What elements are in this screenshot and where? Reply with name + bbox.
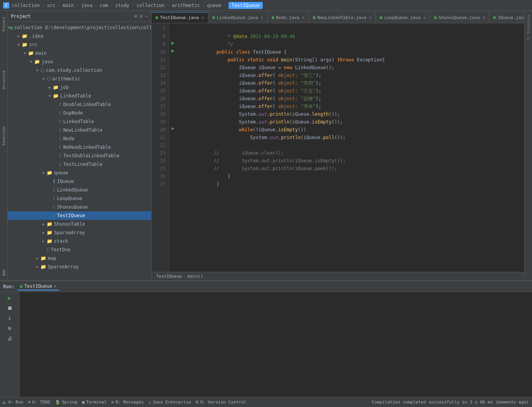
tree-arrow-arithmetic: ▼ [40,77,47,81]
stop-btn[interactable]: ⏹ [5,304,14,312]
tree-item-dupnode[interactable]: ▶ C DupNode [8,109,151,117]
tab-shunxuqueue[interactable]: ShunxuQueue.java × [430,12,490,23]
status-run[interactable]: ▶ 4: Run [3,399,23,405]
bc-testiqueue[interactable]: TestIQueue [228,2,263,9]
bc-collection2[interactable]: collection [136,3,164,8]
status-messages[interactable]: ≡ 0: Messages [112,400,144,405]
sidebar-project-icon[interactable]: Project [1,12,7,36]
sidebar-favorites-icon[interactable]: Favorites [1,124,7,148]
tab-close-testiqueue[interactable]: × [201,15,204,20]
tab-close-linkedqueue[interactable]: × [261,15,263,20]
tab-testiqueue[interactable]: TestIQueue.java × [152,12,208,23]
tab-newlinkedtable[interactable]: NewLinkedTable.java × [309,12,376,23]
bc-java[interactable]: java [81,3,92,8]
tree-item-java[interactable]: ▼ 📁 java [8,57,151,66]
tree-item-shunxutable[interactable]: ▶ 📁 ShunxuTable [8,220,151,228]
tree-item-noheadlinkedtable[interactable]: ▶ C NoHeadLinkedTable [8,143,151,151]
tree-label-java: java [42,59,53,64]
tab-close-shunxuqueue[interactable]: × [483,15,485,20]
tree-item-sparsearray[interactable]: ▶ 📁 SparseArray [8,228,151,237]
tree-item-linkedtable[interactable]: ▼ 📁 LinkedTable [8,92,151,100]
tree-item-main[interactable]: ▼ 📁 main [8,49,151,57]
tab-close-loopqueue[interactable]: × [423,15,426,20]
tab-close-node[interactable]: × [302,15,305,20]
tree-arrow-idea: ▶ [16,34,22,38]
bc-file-link[interactable]: TestIQueue [156,274,182,279]
panel-sync-icon[interactable]: ⊕ [134,13,138,19]
tree-item-testiqueue[interactable]: ▶ C TestIQueue [8,211,151,220]
run-tab-close[interactable]: × [54,284,56,289]
tab-close-newlinkedtable[interactable]: × [369,15,372,20]
code-text[interactable]: * @date 2021-04-29 09:46 */ public class… [177,23,524,272]
tree-item-src[interactable]: ▼ 📁 src [8,40,151,49]
status-spring[interactable]: 🍃 Spring [55,400,77,405]
panel-settings-icon[interactable]: ⚙ [140,13,143,19]
bc-main[interactable]: main [63,3,74,8]
panel-header: Project ⊕ ⚙ — [8,11,151,22]
tree-item-collection[interactable]: ▼ ▣ collection D:\development\project\co… [8,23,151,32]
status-message-text: Compilation completed successfully in 3 … [372,400,529,405]
run-toolbar: ▶ ⏹ ↕ ⊞ 🖨 [0,292,19,397]
run-tab-bar: Run: ▣ TestIQueue × [0,281,532,292]
tree-label-testduble: TestDubleLinkedTable [63,153,120,158]
tree-item-com-study[interactable]: ▼ ⬡ com.study.collection [8,66,151,75]
tab-node[interactable]: Node.java × [268,12,309,23]
editor-area: TestIQueue.java × LinkedQueue.java × Nod… [152,11,524,280]
tree-item-doublelinkedtable[interactable]: ▶ C DoubleLinkedTable [8,100,151,109]
tab-label-linkedqueue: LinkedQueue.java [217,15,258,20]
expand-btn[interactable]: ⊞ [5,324,14,332]
run-tab-testiqueue[interactable]: ▣ TestIQueue × [17,283,59,290]
tree-label-testone: TestOne [51,247,71,252]
tree-label-newlinkedtable: NewLinkedTable [63,127,103,133]
sidebar-web-icon[interactable]: Web [1,265,7,280]
bc-com[interactable]: com [99,3,108,8]
sidebar-structure-icon[interactable]: Structure [1,68,7,92]
tree-item-sparsearray2[interactable]: ▶ 📁 SparseArray [8,263,151,271]
code-editor[interactable]: 7 8 9 10 11 12 13 14 15 16 17 18 19 20 2… [152,23,524,272]
bc-method-link[interactable]: main() [188,274,203,279]
tree-item-queue[interactable]: ▼ 📁 queue [8,169,151,177]
bc-study[interactable]: study [115,3,129,8]
status-version-control[interactable]: ⑆ 9: Version Control [196,400,246,405]
tree-label-loopqueue: LoopQueue [57,196,82,201]
run-arrow-line9[interactable]: ▶ [169,39,177,47]
folder-main-icon: 📁 [28,50,34,56]
tab-linkedqueue[interactable]: LinkedQueue.java × [208,12,268,23]
tree-item-idea[interactable]: ▶ 📁 .idea [8,32,151,40]
bc-collection[interactable]: collection [12,3,40,8]
bc-arithmetic[interactable]: arithmetic [172,3,200,8]
scroll-end-btn[interactable]: ↕ [5,314,14,322]
class-tlt-icon: C [59,162,62,167]
tree-item-map[interactable]: ▶ 📁 map [8,254,151,263]
tree-item-testone[interactable]: ▶ C TestOne [8,245,151,254]
tree-arrow-com: ▼ [34,68,40,72]
tree-item-linkedtable2[interactable]: ▶ C LinkedTable [8,117,151,126]
right-sidebar-tab[interactable]: 7: Structure [526,12,531,42]
tree-item-node[interactable]: ▶ C Node [8,134,151,143]
tab-iqueue[interactable]: IQueue.java × [489,12,524,23]
code-line-7: * @date 2021-04-29 09:46 [180,25,521,33]
status-terminal[interactable]: ▣ Terminal [82,400,107,405]
tree-item-newlinkedtable[interactable]: ▶ C NewLinkedTable [8,126,151,134]
run-label: Run: [3,284,14,289]
run-btn[interactable]: ▶ [5,294,14,302]
tree-item-testlined[interactable]: ▶ C TestLinedTable [8,160,151,169]
tree-item-iqueue[interactable]: ▶ I IQueue [8,177,151,186]
bc-src[interactable]: src [47,3,56,8]
tree-item-job[interactable]: ▶ 📁 job [8,83,151,92]
status-java-enterprise[interactable]: ☕ Java Enterprise [148,400,191,405]
status-run-label: 4: Run [8,400,23,405]
tree-item-testduble[interactable]: ▶ C TestDubleLinkedTable [8,151,151,160]
tree-item-loopqueue[interactable]: ▶ C LoopQueue [8,194,151,203]
print-btn[interactable]: 🖨 [5,334,14,343]
run-arrow-line10[interactable]: ▶ [169,47,177,54]
panel-minimize-icon[interactable]: — [145,13,148,19]
tree-item-arithmetic[interactable]: ▼ ⬡ arithmetic [8,75,151,83]
bc-queue[interactable]: queue [207,3,221,8]
tab-loopqueue[interactable]: LoopQueue.java × [376,12,430,23]
tree-item-stack[interactable]: ▶ 📁 stack [8,237,151,245]
status-todo[interactable]: ≡ 6: TODO [28,400,50,405]
status-terminal-label: Terminal [86,400,107,405]
tree-item-linkedqueue[interactable]: ▶ C LinkedQueue [8,186,151,194]
tree-item-shunxuqueue[interactable]: ▶ C ShunxuQueue [8,203,151,211]
